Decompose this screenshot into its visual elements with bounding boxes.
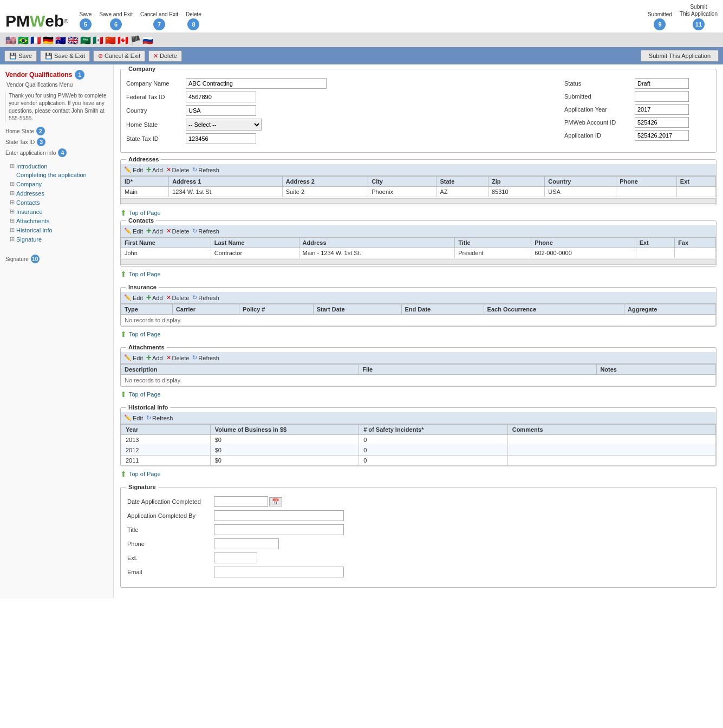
addresses-section-title: Addresses: [128, 156, 159, 162]
pmweb-acct-value[interactable]: [635, 117, 689, 128]
top-of-page-addresses[interactable]: ⬆ Top of Page: [120, 209, 717, 217]
refresh-icon: ↻: [192, 166, 197, 173]
top-of-page-historical[interactable]: ⬆ Top of Page: [120, 470, 717, 478]
annotation-home-state: Home State: [5, 128, 34, 134]
submitted-status-value[interactable]: [635, 91, 689, 102]
app-year-value[interactable]: [635, 104, 689, 115]
sidebar-item-introduction[interactable]: ⊞ Introduction: [5, 161, 108, 171]
contacts-edit-button[interactable]: ✏️ Edit: [124, 227, 143, 235]
cancel-exit-badge[interactable]: 7: [153, 18, 165, 30]
insurance-table: Type Carrier Policy # Start Date End Dat…: [121, 304, 716, 326]
sidebar-item-contacts[interactable]: ⊞ Contacts: [5, 198, 108, 207]
sig-email-input[interactable]: [214, 567, 344, 577]
addresses-add-button[interactable]: ✚ Add: [146, 166, 163, 173]
action-save-exit-button[interactable]: 💾 Save & Exit: [40, 50, 90, 62]
submitted-badge[interactable]: 9: [654, 18, 666, 30]
edit-icon: ✏️: [124, 166, 132, 173]
sig-ext-input[interactable]: [214, 552, 257, 563]
edit-icon: ✏️: [124, 227, 132, 235]
addresses-delete-button[interactable]: ✕ Delete: [166, 166, 190, 173]
addresses-col-state: State: [437, 177, 488, 187]
attachments-refresh-button[interactable]: ↻ Refresh: [192, 354, 219, 361]
arrow-up-icon: ⬆: [120, 270, 127, 278]
historical-refresh-button[interactable]: ↻ Refresh: [146, 414, 173, 421]
app-id-value[interactable]: [635, 130, 689, 141]
delete-icon: ✕: [153, 53, 158, 60]
addresses-scrollbar[interactable]: [121, 198, 716, 204]
addresses-col-addr2: Address 2: [282, 177, 368, 187]
ins-col-policy: Policy #: [239, 304, 313, 315]
arrow-up-icon: ⬆: [120, 390, 127, 399]
add-icon: ✚: [146, 294, 151, 301]
addresses-refresh-button[interactable]: ↻ Refresh: [192, 166, 219, 173]
sidebar-item-signature[interactable]: ⊞ Signature: [5, 235, 108, 244]
contact-addr: Main - 1234 W. 1st St.: [299, 248, 455, 258]
addresses-col-zip: Zip: [488, 177, 544, 187]
sidebar-item-historical[interactable]: ⊞ Historical Info: [5, 225, 108, 235]
attachments-section: Attachments ✏️ Edit ✚ Add ✕ Delete: [120, 347, 717, 387]
country-input[interactable]: [186, 105, 256, 116]
delete-icon: ✕: [166, 294, 171, 301]
attachments-edit-button[interactable]: ✏️ Edit: [124, 354, 143, 361]
delete-icon: ✕: [166, 227, 171, 235]
top-of-page-insurance[interactable]: ⬆ Top of Page: [120, 330, 717, 339]
action-save-button[interactable]: 💾 Save: [4, 50, 37, 62]
insurance-delete-button[interactable]: ✕ Delete: [166, 294, 190, 301]
contacts-scrollbar[interactable]: [121, 259, 716, 265]
sidebar-nav: ⊞ Introduction Completing the applicatio…: [5, 161, 108, 244]
attachments-add-button[interactable]: ✚ Add: [146, 354, 163, 361]
save-badge[interactable]: 5: [80, 18, 92, 30]
addresses-col-id: ID*: [121, 177, 169, 187]
att-col-notes: Notes: [597, 365, 716, 375]
submit-app-badge[interactable]: 11: [693, 18, 705, 30]
calendar-button[interactable]: 📅: [269, 497, 282, 506]
sig-phone-label: Phone: [127, 541, 214, 547]
sidebar-item-addresses[interactable]: ⊞ Addresses: [5, 188, 108, 198]
ins-col-aggregate: Aggregate: [624, 304, 716, 315]
company-name-input[interactable]: [186, 78, 327, 89]
sig-phone-input[interactable]: [214, 538, 279, 549]
action-cancel-exit-button[interactable]: ⊘ Cancel & Exit: [93, 50, 145, 62]
submitted-label: Submitted: [648, 11, 672, 17]
annotation-home-state-badge: 2: [36, 127, 45, 135]
addr-ext: [676, 187, 715, 197]
add-icon: ✚: [146, 166, 151, 173]
contacts-refresh-button[interactable]: ↻ Refresh: [192, 227, 219, 235]
flags-bar: 🇺🇸 🇧🇷 🇫🇷 🇩🇪 🇦🇺 🇬🇧 🇸🇦 🇲🇽 🇨🇳 🇨🇦 🏴 🇷🇺: [0, 33, 723, 47]
logo: PM W eb ®: [5, 12, 68, 30]
contacts-delete-button[interactable]: ✕ Delete: [166, 227, 190, 235]
save-exit-icon: 💾: [45, 53, 53, 60]
sig-title-input[interactable]: [214, 524, 344, 535]
federal-tax-input[interactable]: [186, 92, 256, 102]
home-state-select[interactable]: -- Select --: [186, 119, 262, 131]
submitted-status-label: Submitted: [564, 93, 635, 100]
annotation-signature: Signature: [5, 256, 29, 262]
completed-by-input[interactable]: [214, 510, 344, 521]
historical-edit-button[interactable]: ✏️ Edit: [124, 414, 143, 421]
date-completed-label: Date Application Completed: [127, 498, 214, 505]
sidebar-item-company[interactable]: ⊞ Company: [5, 179, 108, 188]
save-exit-badge[interactable]: 6: [110, 18, 122, 30]
contacts-col-fax: Fax: [675, 238, 716, 248]
attachments-delete-button[interactable]: ✕ Delete: [166, 354, 190, 361]
state-tax-input[interactable]: [186, 133, 256, 144]
top-of-page-contacts[interactable]: ⬆ Top of Page: [120, 270, 717, 278]
insurance-add-button[interactable]: ✚ Add: [146, 294, 163, 301]
status-value[interactable]: [635, 78, 689, 89]
sidebar-item-completing[interactable]: Completing the application: [5, 171, 108, 179]
sidebar-item-attachments[interactable]: ⊞ Attachments: [5, 216, 108, 225]
submit-app-button[interactable]: Submit This Application: [641, 50, 719, 62]
insurance-refresh-button[interactable]: ↻ Refresh: [192, 294, 219, 301]
addr-id: Main: [121, 187, 169, 197]
contacts-col-ext: Ext: [636, 238, 674, 248]
addresses-edit-button[interactable]: ✏️ Edit: [124, 166, 143, 173]
sidebar-item-insurance[interactable]: ⊞ Insurance: [5, 207, 108, 216]
insurance-edit-button[interactable]: ✏️ Edit: [124, 294, 143, 301]
contacts-add-button[interactable]: ✚ Add: [146, 227, 163, 235]
action-delete-button[interactable]: ✕ Delete: [148, 50, 182, 62]
top-of-page-attachments[interactable]: ⬆ Top of Page: [120, 390, 717, 399]
hist-col-year: Year: [121, 425, 211, 435]
delete-badge[interactable]: 8: [187, 18, 199, 30]
date-completed-input[interactable]: [214, 496, 268, 507]
signature-section: Signature Date Application Completed 📅 A…: [120, 487, 717, 588]
